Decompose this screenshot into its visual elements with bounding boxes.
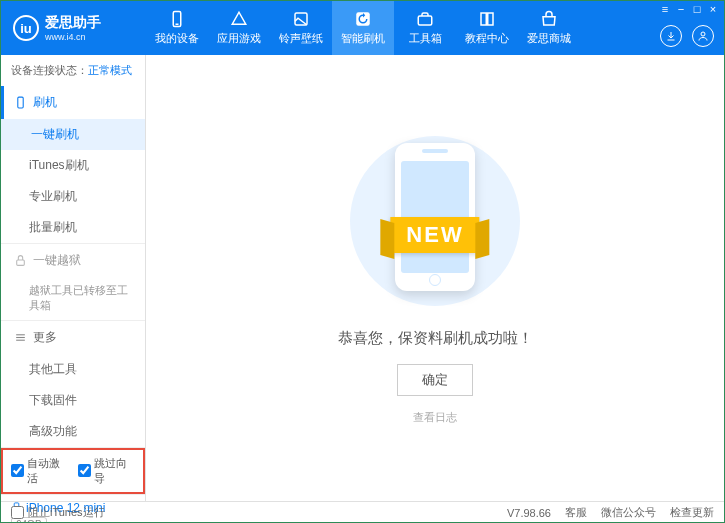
check-update-link[interactable]: 检查更新 [670, 505, 714, 520]
nav-label: 爱思商城 [527, 31, 571, 46]
sidebar-head-label: 一键越狱 [33, 252, 81, 269]
sidebar: 设备连接状态：正常模式 刷机 一键刷机 iTunes刷机 专业刷机 批量刷机 一… [1, 55, 146, 501]
nav-label: 智能刷机 [341, 31, 385, 46]
phone-icon [14, 96, 27, 109]
nav-ringtones[interactable]: 铃声壁纸 [270, 1, 332, 55]
auto-activate-checkbox[interactable]: 自动激活 [11, 456, 68, 486]
sidebar-item-other-tools[interactable]: 其他工具 [1, 354, 145, 385]
options-box: 自动激活 跳过向导 [1, 448, 145, 494]
store-icon [540, 10, 558, 28]
success-message: 恭喜您，保资料刷机成功啦！ [338, 329, 533, 348]
wallpaper-icon [292, 10, 310, 28]
app-url: www.i4.cn [45, 32, 101, 42]
lock-icon [14, 254, 27, 267]
sidebar-head-flash[interactable]: 刷机 [1, 86, 145, 119]
nav-tutorials[interactable]: 教程中心 [456, 1, 518, 55]
main-content: NEW 恭喜您，保资料刷机成功啦！ 确定 查看日志 [146, 55, 724, 501]
sidebar-item-download-firmware[interactable]: 下载固件 [1, 385, 145, 416]
sidebar-item-batch-flash[interactable]: 批量刷机 [1, 212, 145, 243]
nav-my-device[interactable]: 我的设备 [146, 1, 208, 55]
ok-button[interactable]: 确定 [397, 364, 473, 396]
app-title: 爱思助手 [45, 14, 101, 32]
status-value: 正常模式 [88, 64, 132, 76]
menu-icon[interactable]: ≡ [658, 3, 672, 15]
nav-label: 工具箱 [409, 31, 442, 46]
logo-icon: iu [13, 15, 39, 41]
checkbox-label: 阻止iTunes运行 [28, 505, 105, 520]
download-button[interactable] [660, 25, 682, 47]
view-log-link[interactable]: 查看日志 [413, 410, 457, 425]
checkbox-label: 跳过向导 [94, 456, 135, 486]
jailbreak-note: 越狱工具已转移至工具箱 [1, 277, 145, 320]
sidebar-item-advanced[interactable]: 高级功能 [1, 416, 145, 447]
close-icon[interactable]: × [706, 3, 720, 15]
phone-icon [168, 10, 186, 28]
nav-label: 教程中心 [465, 31, 509, 46]
toolbox-icon [416, 10, 434, 28]
status-label: 设备连接状态： [11, 64, 88, 76]
sidebar-head-jailbreak[interactable]: 一键越狱 [1, 244, 145, 277]
top-nav: 我的设备 应用游戏 铃声壁纸 智能刷机 工具箱 教程中心 爱思商城 [146, 1, 580, 55]
svg-rect-6 [18, 97, 23, 108]
success-illustration: NEW [340, 131, 530, 311]
book-icon [478, 10, 496, 28]
sidebar-head-more[interactable]: 更多 [1, 321, 145, 354]
logo: iu 爱思助手 www.i4.cn [1, 14, 146, 42]
sidebar-item-itunes-flash[interactable]: iTunes刷机 [1, 150, 145, 181]
svg-rect-4 [418, 16, 432, 25]
nav-store[interactable]: 爱思商城 [518, 1, 580, 55]
skip-guide-checkbox[interactable]: 跳过向导 [78, 456, 135, 486]
nav-label: 铃声壁纸 [279, 31, 323, 46]
sidebar-head-label: 刷机 [33, 94, 57, 111]
nav-flash[interactable]: 智能刷机 [332, 1, 394, 55]
window-controls: ≡ − □ × [658, 3, 720, 15]
refresh-icon [354, 10, 372, 28]
nav-apps[interactable]: 应用游戏 [208, 1, 270, 55]
checkbox-label: 自动激活 [27, 456, 68, 486]
block-itunes-checkbox[interactable]: 阻止iTunes运行 [11, 505, 105, 520]
header-actions [660, 25, 714, 47]
connection-status: 设备连接状态：正常模式 [1, 55, 145, 86]
version-label: V7.98.66 [507, 507, 551, 519]
wechat-link[interactable]: 微信公众号 [601, 505, 656, 520]
nav-label: 应用游戏 [217, 31, 261, 46]
user-button[interactable] [692, 25, 714, 47]
nav-label: 我的设备 [155, 31, 199, 46]
title-bar: iu 爱思助手 www.i4.cn 我的设备 应用游戏 铃声壁纸 智能刷机 工具… [1, 1, 724, 55]
minimize-icon[interactable]: − [674, 3, 688, 15]
new-ribbon: NEW [390, 217, 479, 253]
svg-rect-7 [17, 260, 25, 265]
svg-point-5 [701, 32, 705, 36]
list-icon [14, 331, 27, 344]
sidebar-head-label: 更多 [33, 329, 57, 346]
sidebar-item-oneclick-flash[interactable]: 一键刷机 [0, 119, 145, 150]
support-link[interactable]: 客服 [565, 505, 587, 520]
apps-icon [230, 10, 248, 28]
sidebar-item-pro-flash[interactable]: 专业刷机 [1, 181, 145, 212]
nav-toolbox[interactable]: 工具箱 [394, 1, 456, 55]
maximize-icon[interactable]: □ [690, 3, 704, 15]
